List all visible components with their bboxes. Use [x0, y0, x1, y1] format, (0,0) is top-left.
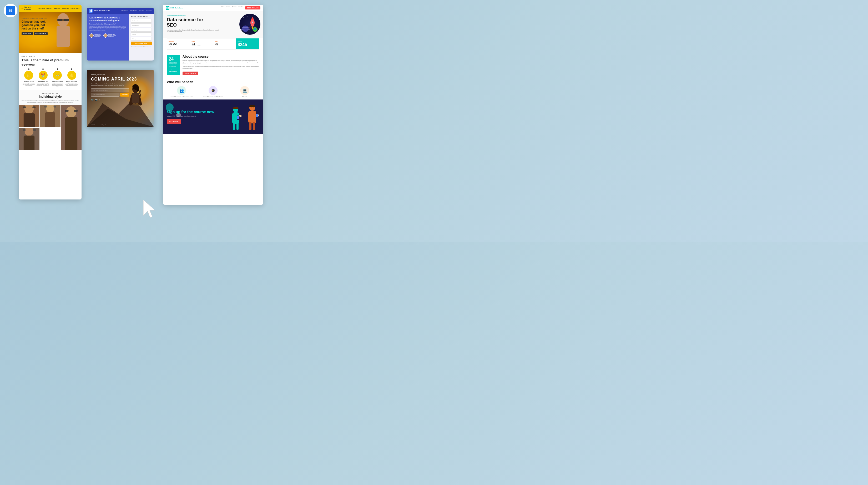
p4-nav-about[interactable]: About [221, 6, 224, 9]
who-card-1: 👥 In-house SEO specialists working on la… [167, 86, 196, 97]
svg-rect-5 [62, 20, 64, 20]
svg-rect-23 [24, 136, 34, 150]
panel4-signup: Sign up for the course now and get a PDF… [163, 99, 263, 134]
field-fullname[interactable]: Full Name* [131, 19, 152, 23]
panel4-nav-links: About Tutors Program Location BOOK A PLA… [221, 6, 260, 9]
hero-woman [50, 12, 76, 53]
p3-email-field[interactable]: Enter Your Email Address [91, 93, 119, 97]
stat-price: Best offer $245 [236, 38, 259, 49]
p2-nav-2[interactable]: Who We Are [130, 10, 137, 11]
speaker-2-info: Penelope Perez Marketing Manager Bar Mar… [108, 34, 116, 37]
p2-nav-1[interactable]: What We Do [122, 10, 128, 11]
speaker-1-info: Jeremy Avery Junior Marketing Bar Market… [94, 34, 101, 37]
book-a-place-nav-button[interactable]: BOOK A PLACE [245, 6, 260, 9]
svg-rect-10 [32, 107, 35, 108]
field-industry[interactable]: Industry [131, 37, 152, 40]
field-email[interactable]: Email Address* [131, 23, 152, 27]
panel2-nav-links: What We Do Who We Are About Us Contact U… [122, 10, 152, 11]
nav-reviews[interactable]: REVIEWS [62, 8, 69, 9]
how-item-3: 👓 Made from scratch Each pair is crafted… [51, 68, 64, 87]
svg-rect-61 [256, 114, 258, 117]
panel1-navbar: ☀ Sunny Lenses FRAMES LENSES PRICING REV… [19, 5, 82, 12]
shop-women-button[interactable]: SHOP WOMEN [34, 32, 48, 35]
book-place-button[interactable]: BOOK A PLACE [183, 71, 198, 75]
speaker-2: Penelope Perez Marketing Manager Bar Mar… [103, 33, 116, 38]
how-circle-4: ⭐ [67, 71, 76, 80]
photo-3 [61, 105, 82, 150]
p3-name-field[interactable]: Enter Your First and Last Name [91, 88, 129, 92]
svg-rect-58 [249, 122, 251, 130]
hero-text-block: CUSTOM-TAILORED EYEWEAR Glasses that loo… [22, 18, 48, 35]
panel2-logo-group: BAR MARKETING [89, 9, 111, 12]
panel3-form: Enter Your First and Last Name Enter You… [91, 88, 129, 97]
svg-point-63 [253, 108, 254, 109]
stat-seats: Seats 20 Limited number of seats [213, 38, 236, 49]
nav-frames[interactable]: FRAMES [38, 8, 45, 9]
p4-nav-tutors[interactable]: Tutors [226, 6, 230, 9]
panel4-navbar: SEO Solutions About Tutors Program Locat… [163, 5, 263, 11]
who-icon-3: 💻 [240, 86, 249, 95]
figure-woman [229, 105, 242, 130]
how-dot-4 [71, 68, 72, 70]
svg-rect-9 [23, 107, 26, 108]
field-jobtitle[interactable]: Job Title [131, 32, 152, 36]
svg-rect-27 [91, 10, 91, 12]
svg-point-44 [252, 22, 253, 23]
sunny-lenses-panel: ☀ Sunny Lenses FRAMES LENSES PRICING REV… [19, 5, 82, 200]
panel4-who-benefit: Who will benefit 👥 In-house SEO speciali… [163, 78, 263, 99]
facebook-icon[interactable]: f [99, 99, 99, 101]
nav-lenses[interactable]: LENSES [46, 8, 53, 9]
panel1-logo: ☀ Sunny Lenses [21, 6, 35, 11]
svg-point-38 [256, 17, 256, 17]
how-item-2: ✂️ Designed by you Select your style, ch… [37, 68, 50, 86]
register-button[interactable]: REGISTER [167, 119, 181, 124]
svg-rect-4 [64, 19, 69, 21]
shop-men-button[interactable]: SHOP MEN [22, 32, 33, 35]
stat-dates: September 20-22 3 days of intense practi… [167, 38, 190, 49]
svg-rect-1 [57, 26, 70, 47]
how-dot-1 [28, 68, 29, 70]
figure-man [245, 104, 259, 130]
svg-rect-52 [233, 123, 235, 130]
panel4-logo-group: SEO Solutions [166, 6, 183, 10]
nav-locations[interactable]: LOCATIONS [70, 8, 80, 9]
nav-pricing[interactable]: PRICING [54, 8, 61, 9]
svg-rect-14 [44, 106, 47, 108]
instagram-icon[interactable]: 📷 [95, 99, 98, 101]
stat-hours: Hours 24 10:00 AM — 6:00 PM [190, 38, 213, 49]
svg-rect-13 [45, 112, 55, 128]
panel2-navbar: BAR MARKETING What We Do Who We Are Abou… [87, 8, 154, 14]
who-icon-1: 👥 [177, 86, 186, 95]
how-circle-3: 👓 [53, 71, 62, 80]
svg-rect-53 [237, 123, 239, 130]
p4-nav-program[interactable]: Program [232, 6, 237, 9]
panel4-hero: Discover new data analytics tools Data s… [163, 11, 263, 38]
logo-icon: SB [6, 6, 15, 15]
how-circle-2: ✂️ [39, 71, 48, 80]
bar-marketing-panel: BAR MARKETING What We Do Who We Are Abou… [87, 8, 154, 61]
signup-figures [228, 104, 259, 130]
sun-icon: ☀ [21, 7, 23, 10]
register-now-button[interactable]: REGISTER NOW [131, 41, 152, 45]
about-left-panel: 24 Hours of practice and immersion in da… [167, 55, 180, 75]
svg-rect-24 [23, 129, 26, 131]
p4-nav-location[interactable]: Location [239, 6, 243, 9]
panel1-designed: DESIGNED BY YOU Individual style Like a … [19, 90, 82, 105]
twitter-icon[interactable]: 🐦 [91, 99, 94, 101]
p2-nav-3[interactable]: About Us [139, 10, 144, 11]
p2-nav-4[interactable]: Contact Us [146, 10, 152, 11]
hero-buttons: SHOP MEN SHOP WOMEN [22, 32, 48, 35]
svg-rect-25 [33, 129, 36, 131]
field-company[interactable]: Company [131, 28, 152, 32]
panel4-about: 24 Hours of practice and immersion in da… [163, 52, 263, 78]
svg-rect-28 [91, 9, 92, 12]
how-dot-3 [57, 68, 58, 70]
who-card-3: 💻 SEO geeks [230, 86, 259, 97]
who-card-2: 🎓 Licensed SEO experts and SEO enthusias… [198, 86, 228, 97]
svg-marker-43 [250, 17, 255, 20]
panel1-how-it-works: HOW IT WORKS This is the future of premi… [19, 53, 82, 90]
person-silhouette [125, 84, 146, 117]
speaker-1: Jeremy Avery Junior Marketing Bar Market… [89, 33, 101, 38]
how-item-4: ⭐ Perfect, guaranteed We guarantee your … [65, 68, 79, 86]
how-icons-row: 📐 Measured for you Use our iOS app to sc… [22, 68, 79, 87]
